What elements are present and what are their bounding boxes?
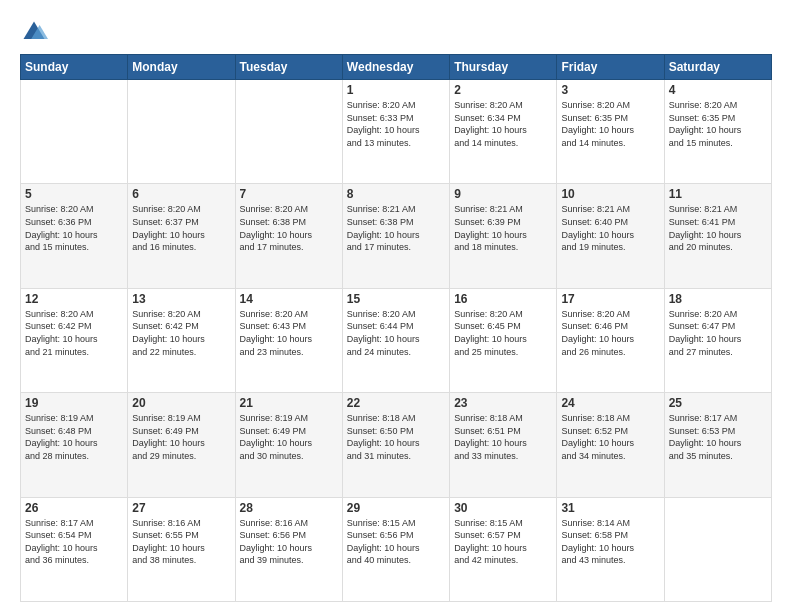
weekday-header-friday: Friday — [557, 55, 664, 80]
calendar-cell: 13Sunrise: 8:20 AM Sunset: 6:42 PM Dayli… — [128, 288, 235, 392]
calendar-cell: 2Sunrise: 8:20 AM Sunset: 6:34 PM Daylig… — [450, 80, 557, 184]
calendar-cell: 12Sunrise: 8:20 AM Sunset: 6:42 PM Dayli… — [21, 288, 128, 392]
day-number: 17 — [561, 292, 659, 306]
day-info: Sunrise: 8:20 AM Sunset: 6:35 PM Dayligh… — [561, 99, 659, 149]
day-number: 3 — [561, 83, 659, 97]
calendar-cell — [21, 80, 128, 184]
day-number: 10 — [561, 187, 659, 201]
calendar-cell: 28Sunrise: 8:16 AM Sunset: 6:56 PM Dayli… — [235, 497, 342, 601]
calendar-cell: 25Sunrise: 8:17 AM Sunset: 6:53 PM Dayli… — [664, 393, 771, 497]
calendar-cell — [664, 497, 771, 601]
day-number: 19 — [25, 396, 123, 410]
calendar-cell — [128, 80, 235, 184]
day-number: 26 — [25, 501, 123, 515]
calendar-cell: 1Sunrise: 8:20 AM Sunset: 6:33 PM Daylig… — [342, 80, 449, 184]
day-number: 23 — [454, 396, 552, 410]
day-number: 31 — [561, 501, 659, 515]
day-info: Sunrise: 8:20 AM Sunset: 6:33 PM Dayligh… — [347, 99, 445, 149]
day-info: Sunrise: 8:20 AM Sunset: 6:42 PM Dayligh… — [132, 308, 230, 358]
calendar-cell: 19Sunrise: 8:19 AM Sunset: 6:48 PM Dayli… — [21, 393, 128, 497]
day-info: Sunrise: 8:16 AM Sunset: 6:55 PM Dayligh… — [132, 517, 230, 567]
calendar-cell: 9Sunrise: 8:21 AM Sunset: 6:39 PM Daylig… — [450, 184, 557, 288]
day-number: 27 — [132, 501, 230, 515]
calendar-cell: 3Sunrise: 8:20 AM Sunset: 6:35 PM Daylig… — [557, 80, 664, 184]
day-number: 24 — [561, 396, 659, 410]
calendar-cell: 10Sunrise: 8:21 AM Sunset: 6:40 PM Dayli… — [557, 184, 664, 288]
day-number: 12 — [25, 292, 123, 306]
calendar-cell: 11Sunrise: 8:21 AM Sunset: 6:41 PM Dayli… — [664, 184, 771, 288]
day-info: Sunrise: 8:20 AM Sunset: 6:47 PM Dayligh… — [669, 308, 767, 358]
calendar-cell: 23Sunrise: 8:18 AM Sunset: 6:51 PM Dayli… — [450, 393, 557, 497]
day-info: Sunrise: 8:19 AM Sunset: 6:49 PM Dayligh… — [132, 412, 230, 462]
day-info: Sunrise: 8:20 AM Sunset: 6:36 PM Dayligh… — [25, 203, 123, 253]
day-info: Sunrise: 8:21 AM Sunset: 6:41 PM Dayligh… — [669, 203, 767, 253]
day-info: Sunrise: 8:19 AM Sunset: 6:48 PM Dayligh… — [25, 412, 123, 462]
day-number: 8 — [347, 187, 445, 201]
day-info: Sunrise: 8:17 AM Sunset: 6:54 PM Dayligh… — [25, 517, 123, 567]
day-number: 28 — [240, 501, 338, 515]
logo-icon — [20, 18, 48, 46]
calendar-table: SundayMondayTuesdayWednesdayThursdayFrid… — [20, 54, 772, 602]
calendar-week-row-4: 19Sunrise: 8:19 AM Sunset: 6:48 PM Dayli… — [21, 393, 772, 497]
day-number: 14 — [240, 292, 338, 306]
calendar-cell: 26Sunrise: 8:17 AM Sunset: 6:54 PM Dayli… — [21, 497, 128, 601]
day-info: Sunrise: 8:15 AM Sunset: 6:57 PM Dayligh… — [454, 517, 552, 567]
calendar-cell: 6Sunrise: 8:20 AM Sunset: 6:37 PM Daylig… — [128, 184, 235, 288]
calendar-cell: 29Sunrise: 8:15 AM Sunset: 6:56 PM Dayli… — [342, 497, 449, 601]
day-info: Sunrise: 8:20 AM Sunset: 6:35 PM Dayligh… — [669, 99, 767, 149]
day-info: Sunrise: 8:21 AM Sunset: 6:38 PM Dayligh… — [347, 203, 445, 253]
calendar-cell: 22Sunrise: 8:18 AM Sunset: 6:50 PM Dayli… — [342, 393, 449, 497]
calendar-cell: 24Sunrise: 8:18 AM Sunset: 6:52 PM Dayli… — [557, 393, 664, 497]
calendar-cell: 17Sunrise: 8:20 AM Sunset: 6:46 PM Dayli… — [557, 288, 664, 392]
calendar-week-row-2: 5Sunrise: 8:20 AM Sunset: 6:36 PM Daylig… — [21, 184, 772, 288]
day-number: 16 — [454, 292, 552, 306]
weekday-header-sunday: Sunday — [21, 55, 128, 80]
day-info: Sunrise: 8:20 AM Sunset: 6:44 PM Dayligh… — [347, 308, 445, 358]
calendar-cell: 18Sunrise: 8:20 AM Sunset: 6:47 PM Dayli… — [664, 288, 771, 392]
day-info: Sunrise: 8:20 AM Sunset: 6:43 PM Dayligh… — [240, 308, 338, 358]
calendar-cell: 15Sunrise: 8:20 AM Sunset: 6:44 PM Dayli… — [342, 288, 449, 392]
day-number: 1 — [347, 83, 445, 97]
day-number: 15 — [347, 292, 445, 306]
day-number: 30 — [454, 501, 552, 515]
day-number: 7 — [240, 187, 338, 201]
day-info: Sunrise: 8:19 AM Sunset: 6:49 PM Dayligh… — [240, 412, 338, 462]
day-number: 11 — [669, 187, 767, 201]
logo — [20, 18, 52, 46]
calendar-week-row-3: 12Sunrise: 8:20 AM Sunset: 6:42 PM Dayli… — [21, 288, 772, 392]
day-info: Sunrise: 8:20 AM Sunset: 6:46 PM Dayligh… — [561, 308, 659, 358]
day-info: Sunrise: 8:20 AM Sunset: 6:37 PM Dayligh… — [132, 203, 230, 253]
day-info: Sunrise: 8:21 AM Sunset: 6:40 PM Dayligh… — [561, 203, 659, 253]
day-number: 29 — [347, 501, 445, 515]
weekday-header-thursday: Thursday — [450, 55, 557, 80]
day-info: Sunrise: 8:15 AM Sunset: 6:56 PM Dayligh… — [347, 517, 445, 567]
calendar-week-row-1: 1Sunrise: 8:20 AM Sunset: 6:33 PM Daylig… — [21, 80, 772, 184]
day-number: 5 — [25, 187, 123, 201]
weekday-header-wednesday: Wednesday — [342, 55, 449, 80]
calendar-cell: 16Sunrise: 8:20 AM Sunset: 6:45 PM Dayli… — [450, 288, 557, 392]
calendar-week-row-5: 26Sunrise: 8:17 AM Sunset: 6:54 PM Dayli… — [21, 497, 772, 601]
day-number: 22 — [347, 396, 445, 410]
weekday-header-row: SundayMondayTuesdayWednesdayThursdayFrid… — [21, 55, 772, 80]
calendar-cell: 27Sunrise: 8:16 AM Sunset: 6:55 PM Dayli… — [128, 497, 235, 601]
day-number: 13 — [132, 292, 230, 306]
day-info: Sunrise: 8:20 AM Sunset: 6:38 PM Dayligh… — [240, 203, 338, 253]
day-info: Sunrise: 8:14 AM Sunset: 6:58 PM Dayligh… — [561, 517, 659, 567]
weekday-header-tuesday: Tuesday — [235, 55, 342, 80]
calendar-cell: 5Sunrise: 8:20 AM Sunset: 6:36 PM Daylig… — [21, 184, 128, 288]
day-number: 21 — [240, 396, 338, 410]
day-number: 18 — [669, 292, 767, 306]
calendar-cell — [235, 80, 342, 184]
day-info: Sunrise: 8:20 AM Sunset: 6:34 PM Dayligh… — [454, 99, 552, 149]
page: SundayMondayTuesdayWednesdayThursdayFrid… — [0, 0, 792, 612]
day-number: 25 — [669, 396, 767, 410]
calendar-cell: 8Sunrise: 8:21 AM Sunset: 6:38 PM Daylig… — [342, 184, 449, 288]
day-info: Sunrise: 8:18 AM Sunset: 6:50 PM Dayligh… — [347, 412, 445, 462]
day-number: 9 — [454, 187, 552, 201]
calendar-cell: 30Sunrise: 8:15 AM Sunset: 6:57 PM Dayli… — [450, 497, 557, 601]
calendar-cell: 14Sunrise: 8:20 AM Sunset: 6:43 PM Dayli… — [235, 288, 342, 392]
calendar-cell: 21Sunrise: 8:19 AM Sunset: 6:49 PM Dayli… — [235, 393, 342, 497]
day-number: 20 — [132, 396, 230, 410]
header — [20, 18, 772, 46]
day-info: Sunrise: 8:21 AM Sunset: 6:39 PM Dayligh… — [454, 203, 552, 253]
